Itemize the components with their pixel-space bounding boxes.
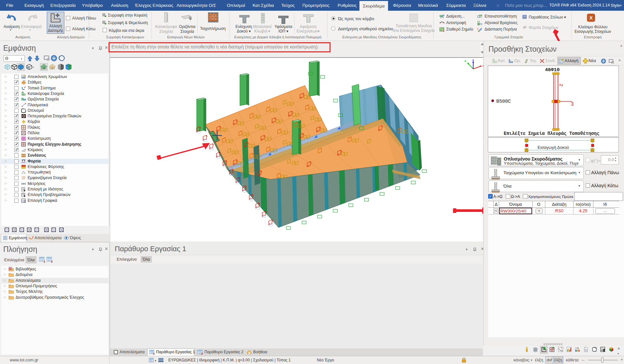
svg-text:2: 2 xyxy=(477,27,479,30)
svg-text:2: 2 xyxy=(51,260,53,263)
svg-text:1: 1 xyxy=(44,260,45,263)
svg-text:N: N xyxy=(561,347,562,349)
svg-text:B500C: B500C xyxy=(496,99,511,104)
svg-text:d: d xyxy=(23,182,24,185)
svg-text:CR: CR xyxy=(575,347,579,350)
svg-text:2: 2 xyxy=(201,352,203,355)
svg-text:3: 3 xyxy=(571,101,574,107)
svg-text:Επιλέξτε Σημεία Πλευράς Τοποθέ: Επιλέξτε Σημεία Πλευράς Τοποθέτησης xyxy=(504,131,599,136)
svg-text:1: 1 xyxy=(153,352,155,355)
svg-text:Εισαγωγή Δοκού: Εισαγωγή Δοκού xyxy=(538,145,569,150)
svg-text:ΦΕ: ΦΕ xyxy=(601,349,604,351)
svg-text:B: B xyxy=(9,267,11,270)
svg-text:2: 2 xyxy=(558,84,564,86)
